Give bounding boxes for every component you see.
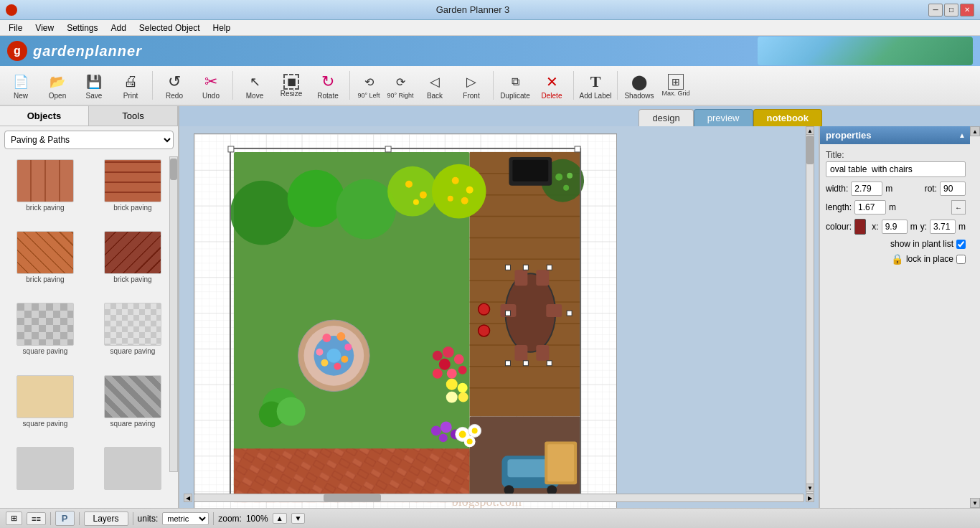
duplicate-btn[interactable]: ⧉ Duplicate xyxy=(497,68,533,103)
category-select[interactable]: Paving & Paths Plants Structures Water F… xyxy=(4,131,174,149)
vscroll-down[interactable]: ▼ xyxy=(806,484,814,492)
menu-help[interactable]: Help xyxy=(207,22,237,34)
move-btn[interactable]: ↖ Move xyxy=(237,68,273,103)
prop-length-input[interactable] xyxy=(854,200,886,214)
zoom-up-btn[interactable]: ▲ xyxy=(273,513,287,524)
window-title: Garden Planner 3 xyxy=(17,4,928,15)
tab-objects[interactable]: Objects xyxy=(0,106,89,126)
list-view-btn[interactable]: ≡≡ xyxy=(27,512,46,525)
close-btn[interactable]: ✕ xyxy=(960,4,974,16)
grid-view-btn[interactable]: ⊞ xyxy=(6,512,22,525)
resize-btn[interactable]: ◼ Resize xyxy=(273,68,309,103)
status-sep-2 xyxy=(79,512,80,525)
maximize-btn[interactable]: □ xyxy=(944,4,958,16)
list-item[interactable]: brick paving xyxy=(90,156,175,225)
toolbar: 📄 New 📂 Open 💾 Save 🖨 Print ↺ Redo ✂ Und… xyxy=(0,66,980,106)
90right-btn[interactable]: ⟳ 90° Right xyxy=(385,68,416,103)
svg-point-26 xyxy=(230,181,295,245)
units-select[interactable]: metric imperial xyxy=(162,512,209,525)
left-panel-scrollbar[interactable] xyxy=(169,156,178,472)
maxgrid-btn[interactable]: ⊞ Max. Grid xyxy=(658,68,694,103)
resize-icon: ◼ xyxy=(283,74,299,90)
prop-colour-label: colour: xyxy=(826,222,852,232)
list-item[interactable]: square paving xyxy=(3,372,88,441)
front-btn[interactable]: ▷ Front xyxy=(453,68,489,103)
open-icon: 📂 xyxy=(47,72,67,92)
save-btn[interactable]: 💾 Save xyxy=(76,68,112,103)
menubar: File View Settings Add Selected Object H… xyxy=(0,20,980,36)
vscroll-up[interactable]: ▲ xyxy=(806,126,814,135)
shadows-btn[interactable]: ⬤ Shadows xyxy=(621,68,657,103)
tab-design[interactable]: design xyxy=(639,109,693,126)
paragraph-btn[interactable]: P xyxy=(55,511,75,526)
layers-btn[interactable]: Layers xyxy=(84,512,128,526)
list-item[interactable]: square paving xyxy=(3,300,88,369)
menu-add[interactable]: Add xyxy=(105,22,132,34)
svg-rect-48 xyxy=(536,345,549,361)
svg-point-86 xyxy=(431,425,441,435)
print-btn[interactable]: 🖨 Print xyxy=(113,68,149,103)
open-btn[interactable]: 📂 Open xyxy=(39,68,75,103)
back-btn[interactable]: ◁ Back xyxy=(417,68,453,103)
redo-icon: ↺ xyxy=(164,72,184,92)
svg-point-31 xyxy=(405,181,413,188)
vscrollbar[interactable] xyxy=(806,133,814,494)
zoom-down-btn[interactable]: ▼ xyxy=(291,513,306,524)
svg-point-96 xyxy=(479,303,490,315)
obj-thumb xyxy=(104,159,161,202)
delete-btn[interactable]: ✕ Delete xyxy=(534,68,570,103)
list-item xyxy=(90,444,175,505)
menu-settings[interactable]: Settings xyxy=(61,22,103,34)
app-icon xyxy=(6,4,17,16)
minimize-btn[interactable]: ─ xyxy=(928,4,943,16)
list-item[interactable]: square paving xyxy=(90,372,175,441)
list-item[interactable]: brick paving xyxy=(3,156,88,225)
app-header: g gardenplanner xyxy=(0,36,980,66)
menu-view[interactable]: View xyxy=(29,22,60,34)
menu-selected-object[interactable]: Selected Object xyxy=(133,22,206,34)
tb-sep-2 xyxy=(232,71,233,100)
prop-width-input[interactable] xyxy=(851,182,882,196)
prop-y-input[interactable] xyxy=(930,220,956,234)
svg-rect-43 xyxy=(512,160,548,182)
rotate-btn[interactable]: ↻ Rotate xyxy=(310,68,346,103)
tab-preview[interactable]: preview xyxy=(694,109,753,126)
undo-btn[interactable]: ✂ Undo xyxy=(193,68,229,103)
prop-length-label: length: xyxy=(826,202,852,212)
svg-point-78 xyxy=(458,392,468,402)
delete-icon: ✕ xyxy=(542,72,562,92)
lock-checkbox[interactable] xyxy=(956,255,966,264)
prop-arrow-btn[interactable]: ← xyxy=(951,200,966,214)
colour-swatch[interactable] xyxy=(854,219,866,235)
addlabel-btn[interactable]: T Add Label xyxy=(578,68,613,103)
prop-x-input[interactable] xyxy=(882,220,908,234)
print-icon: 🖨 xyxy=(121,72,141,92)
right-panel: ▲ ▼ properties ▲ Title: widt xyxy=(819,126,980,508)
lock-icon-img: 🔒 xyxy=(891,253,903,265)
svg-point-82 xyxy=(439,359,451,370)
menu-file[interactable]: File xyxy=(3,22,28,34)
svg-rect-45 xyxy=(514,270,527,286)
list-item[interactable]: brick paving xyxy=(90,228,175,297)
maxgrid-icon: ⊞ xyxy=(668,74,684,90)
new-btn[interactable]: 📄 New xyxy=(3,68,39,103)
props-scroll-up[interactable]: ▲ ▼ xyxy=(970,126,980,508)
list-item[interactable]: brick paving xyxy=(3,228,88,297)
prop-rot-input[interactable] xyxy=(940,182,966,196)
svg-point-81 xyxy=(454,354,464,364)
tab-notebook[interactable]: notebook xyxy=(753,109,823,126)
hscroll-left[interactable]: ◀ xyxy=(184,494,192,502)
90left-btn[interactable]: ⟲ 90° Left xyxy=(354,68,384,103)
view-tab-row: design preview notebook xyxy=(179,106,980,126)
svg-rect-51 xyxy=(505,265,510,270)
canvas-area[interactable]: blogspot.com xyxy=(179,126,819,508)
tab-tools[interactable]: Tools xyxy=(89,106,178,126)
list-item[interactable]: square paving xyxy=(90,300,175,369)
prop-width-label: width: xyxy=(826,184,848,194)
hscrollbar[interactable] xyxy=(194,494,804,502)
redo-btn[interactable]: ↺ Redo xyxy=(156,68,192,103)
hscroll-right[interactable]: ▶ xyxy=(806,494,814,502)
props-expand-icon[interactable]: ▲ xyxy=(958,131,966,139)
prop-title-input[interactable] xyxy=(826,161,966,177)
show-plant-checkbox[interactable] xyxy=(956,240,966,249)
